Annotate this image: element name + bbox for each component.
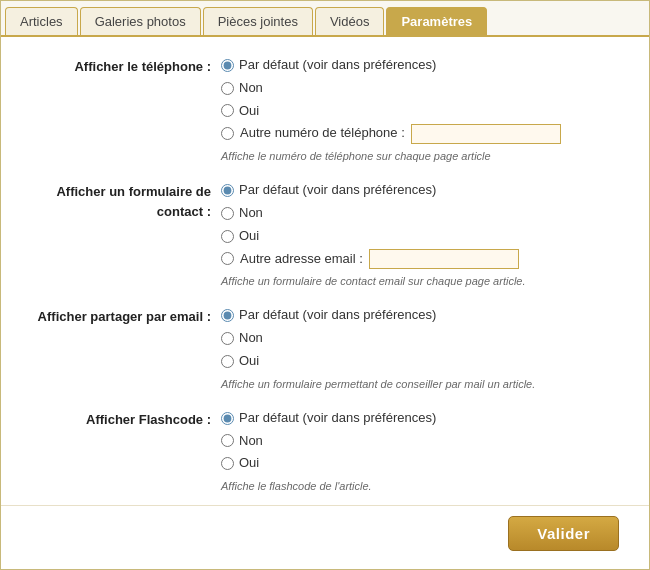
radio-formulaire-oui[interactable]: [221, 230, 234, 243]
radio-partager-default[interactable]: [221, 309, 234, 322]
radio-formulaire-default[interactable]: [221, 184, 234, 197]
tab-galeries[interactable]: Galeries photos: [80, 7, 201, 35]
radio-row: Oui: [221, 351, 629, 372]
input-autre-telephone[interactable]: [411, 124, 561, 144]
help-telephone: Affiche le numéro de téléphone sur chaqu…: [221, 150, 629, 162]
label-formulaire-default[interactable]: Par défaut (voir dans préférences): [239, 180, 436, 201]
valider-button[interactable]: Valider: [508, 516, 619, 551]
label-flashcode: Afficher Flashcode :: [21, 408, 221, 430]
tab-videos[interactable]: Vidéos: [315, 7, 385, 35]
tab-bar: Articles Galeries photos Pièces jointes …: [1, 1, 649, 37]
radio-row: Non: [221, 431, 629, 452]
options-flashcode: Par défaut (voir dans préférences) Non O…: [221, 408, 629, 492]
tab-articles[interactable]: Articles: [5, 7, 78, 35]
radio-partager-non[interactable]: [221, 332, 234, 345]
radio-row: Oui: [221, 226, 629, 247]
label-telephone-oui[interactable]: Oui: [239, 101, 259, 122]
label-partager-oui[interactable]: Oui: [239, 351, 259, 372]
label-telephone-non[interactable]: Non: [239, 78, 263, 99]
radio-row: Par défaut (voir dans préférences): [221, 408, 629, 429]
tab-parametres[interactable]: Paramètres: [386, 7, 487, 35]
label-partager: Afficher partager par email :: [21, 305, 221, 327]
label-telephone: Afficher le téléphone :: [21, 55, 221, 77]
main-container: Articles Galeries photos Pièces jointes …: [0, 0, 650, 570]
radio-row: Non: [221, 328, 629, 349]
radio-formulaire-non[interactable]: [221, 207, 234, 220]
section-telephone: Afficher le téléphone : Par défaut (voir…: [21, 55, 629, 162]
label-telephone-default[interactable]: Par défaut (voir dans préférences): [239, 55, 436, 76]
radio-flashcode-default[interactable]: [221, 412, 234, 425]
section-formulaire: Afficher un formulaire de contact : Par …: [21, 180, 629, 287]
help-partager: Affiche un formulaire permettant de cons…: [221, 378, 629, 390]
radio-row-autre-email: Autre adresse email :: [221, 249, 629, 270]
input-autre-email[interactable]: [369, 249, 519, 269]
options-partager: Par défaut (voir dans préférences) Non O…: [221, 305, 629, 389]
options-formulaire: Par défaut (voir dans préférences) Non O…: [221, 180, 629, 287]
radio-row: Par défaut (voir dans préférences): [221, 305, 629, 326]
label-partager-non[interactable]: Non: [239, 328, 263, 349]
label-formulaire-non[interactable]: Non: [239, 203, 263, 224]
label-flashcode-default[interactable]: Par défaut (voir dans préférences): [239, 408, 436, 429]
radio-row: Par défaut (voir dans préférences): [221, 55, 629, 76]
radio-partager-oui[interactable]: [221, 355, 234, 368]
tab-pieces[interactable]: Pièces jointes: [203, 7, 313, 35]
radio-row: Non: [221, 78, 629, 99]
radio-flashcode-non[interactable]: [221, 434, 234, 447]
help-formulaire: Affiche un formulaire de contact email s…: [221, 275, 629, 287]
section-partager: Afficher partager par email : Par défaut…: [21, 305, 629, 389]
radio-row: Non: [221, 203, 629, 224]
radio-telephone-autre[interactable]: [221, 127, 234, 140]
radio-flashcode-oui[interactable]: [221, 457, 234, 470]
radio-row-autre-tel: Autre numéro de téléphone :: [221, 123, 629, 144]
radio-telephone-oui[interactable]: [221, 104, 234, 117]
footer: Valider: [1, 505, 649, 569]
label-formulaire: Afficher un formulaire de contact :: [21, 180, 221, 221]
label-telephone-autre[interactable]: Autre numéro de téléphone :: [240, 123, 405, 144]
help-flashcode: Affiche le flashcode de l'article.: [221, 480, 629, 492]
radio-telephone-default[interactable]: [221, 59, 234, 72]
options-telephone: Par défaut (voir dans préférences) Non O…: [221, 55, 629, 162]
label-formulaire-oui[interactable]: Oui: [239, 226, 259, 247]
radio-formulaire-autre[interactable]: [221, 252, 234, 265]
label-partager-default[interactable]: Par défaut (voir dans préférences): [239, 305, 436, 326]
label-flashcode-non[interactable]: Non: [239, 431, 263, 452]
radio-row: Par défaut (voir dans préférences): [221, 180, 629, 201]
radio-row: Oui: [221, 453, 629, 474]
radio-telephone-non[interactable]: [221, 82, 234, 95]
radio-row: Oui: [221, 101, 629, 122]
label-formulaire-autre[interactable]: Autre adresse email :: [240, 249, 363, 270]
content-area: Afficher le téléphone : Par défaut (voir…: [1, 37, 649, 505]
label-flashcode-oui[interactable]: Oui: [239, 453, 259, 474]
section-flashcode: Afficher Flashcode : Par défaut (voir da…: [21, 408, 629, 492]
